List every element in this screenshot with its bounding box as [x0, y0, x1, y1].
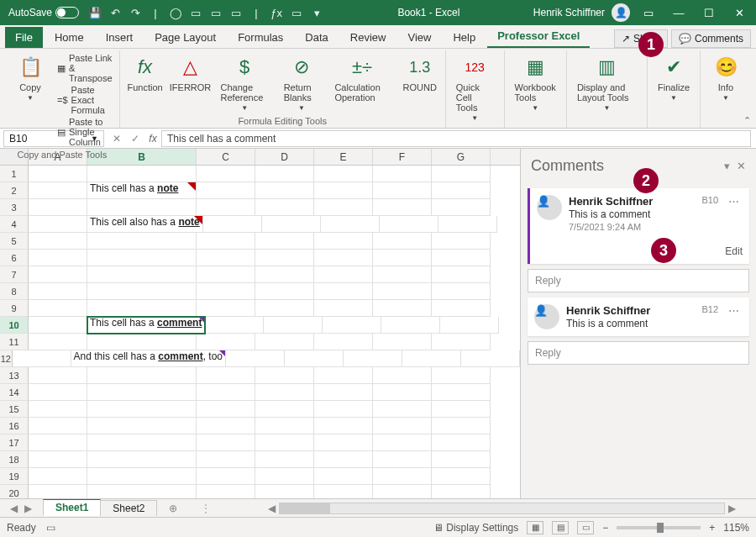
cell[interactable] — [373, 401, 432, 418]
cell[interactable] — [197, 166, 255, 182]
close-pane-icon[interactable]: ✕ — [737, 160, 746, 172]
spreadsheet-grid[interactable]: ABCDEFG 12This cell has a note34This cel… — [0, 149, 521, 498]
cell[interactable] — [432, 182, 491, 199]
cell[interactable] — [255, 283, 314, 300]
cell[interactable] — [432, 334, 491, 350]
cell[interactable] — [87, 468, 197, 485]
cell[interactable] — [203, 216, 262, 233]
cell[interactable] — [29, 334, 87, 350]
row-header[interactable]: 5 — [0, 233, 29, 250]
cell[interactable] — [323, 317, 381, 334]
return-blanks-button[interactable]: ⊘Return Blanks▼ — [281, 52, 323, 113]
row-header[interactable]: 10 — [0, 317, 29, 334]
comment-edit-button[interactable]: Edit — [537, 245, 743, 257]
cell[interactable] — [255, 434, 314, 451]
cell[interactable] — [87, 367, 197, 384]
tab-professor-excel[interactable]: Professor Excel — [487, 25, 590, 48]
cell[interactable] — [197, 468, 255, 485]
row-header[interactable]: 19 — [0, 468, 29, 485]
cell[interactable] — [314, 283, 373, 300]
cell[interactable] — [197, 182, 255, 199]
cell[interactable]: This cell has a note — [87, 182, 197, 199]
cell[interactable] — [197, 367, 255, 384]
cell[interactable] — [344, 350, 402, 367]
zoom-level[interactable]: 115% — [723, 522, 749, 534]
cell[interactable] — [87, 384, 197, 401]
cell[interactable] — [29, 434, 87, 451]
paste-single-column-button[interactable]: ▤ Paste to Single Column — [57, 116, 113, 148]
cell[interactable] — [87, 485, 197, 498]
cell[interactable] — [373, 468, 432, 485]
row-header[interactable]: 6 — [0, 250, 29, 266]
calculation-operation-button[interactable]: ±÷Calculation Operation — [331, 52, 392, 104]
row-header[interactable]: 3 — [0, 199, 29, 216]
cell[interactable] — [29, 468, 87, 485]
cell[interactable] — [29, 485, 87, 498]
column-header[interactable]: E — [314, 149, 373, 165]
cell[interactable] — [197, 334, 255, 350]
tab-file[interactable]: File — [5, 27, 43, 48]
zoom-in-icon[interactable]: + — [709, 522, 715, 534]
cell[interactable] — [314, 367, 373, 384]
cell[interactable] — [373, 418, 432, 434]
page-layout-view-icon[interactable]: ▤ — [552, 521, 569, 534]
cell[interactable] — [461, 350, 520, 367]
save-icon[interactable]: 💾 — [87, 5, 102, 20]
cell[interactable] — [87, 250, 197, 266]
cell[interactable] — [314, 384, 373, 401]
cell[interactable] — [432, 233, 491, 250]
cell[interactable] — [197, 250, 255, 266]
cell[interactable] — [432, 418, 491, 434]
enter-formula-icon[interactable]: ✓ — [126, 133, 144, 145]
cell[interactable] — [255, 401, 314, 418]
tab-view[interactable]: View — [397, 27, 441, 48]
row-header[interactable]: 20 — [0, 485, 29, 498]
row-header[interactable]: 7 — [0, 266, 29, 283]
cell[interactable] — [402, 350, 461, 367]
cell[interactable] — [432, 451, 491, 468]
tab-review[interactable]: Review — [340, 27, 396, 48]
cell[interactable] — [373, 485, 432, 498]
user-avatar[interactable]: 👤 — [612, 3, 630, 22]
cell[interactable] — [373, 166, 432, 182]
qat-icon[interactable]: ▭ — [188, 5, 203, 20]
fx-icon[interactable]: fx — [144, 133, 161, 145]
cell[interactable] — [255, 418, 314, 434]
redo-icon[interactable]: ↷ — [128, 5, 143, 20]
zoom-out-icon[interactable]: − — [602, 522, 608, 534]
cell[interactable] — [197, 401, 255, 418]
cell[interactable] — [314, 334, 373, 350]
finalize-button[interactable]: ✔Finalize▼ — [654, 52, 693, 103]
cell[interactable] — [87, 401, 197, 418]
normal-view-icon[interactable]: ▦ — [527, 521, 543, 534]
cell[interactable] — [197, 485, 255, 498]
cell[interactable] — [373, 434, 432, 451]
cell[interactable] — [381, 317, 440, 334]
cell[interactable] — [321, 216, 380, 233]
cell[interactable] — [29, 451, 87, 468]
qat-icon[interactable]: ▭ — [289, 5, 304, 20]
row-header[interactable]: 16 — [0, 418, 29, 434]
cell[interactable] — [255, 451, 314, 468]
display-settings-button[interactable]: 🖥 Display Settings — [433, 522, 518, 534]
qat-dropdown-icon[interactable]: ▾ — [309, 5, 324, 20]
cell[interactable] — [373, 250, 432, 266]
row-header[interactable]: 14 — [0, 384, 29, 401]
minimize-icon[interactable]: — — [667, 4, 690, 21]
change-reference-button[interactable]: $Change Reference▼ — [218, 52, 272, 113]
cell[interactable] — [255, 199, 314, 216]
sheet-tab[interactable]: Sheet2 — [100, 500, 157, 516]
row-header[interactable]: 12 — [0, 350, 13, 367]
cell[interactable] — [373, 233, 432, 250]
cell[interactable] — [314, 434, 373, 451]
cell[interactable] — [314, 300, 373, 317]
reply-input[interactable]: Reply — [528, 341, 749, 365]
column-header[interactable]: D — [255, 149, 314, 165]
iferror-button[interactable]: △IFERROR — [172, 52, 209, 94]
tab-data[interactable]: Data — [295, 27, 338, 48]
row-header[interactable]: 1 — [0, 166, 29, 182]
zoom-slider[interactable] — [617, 526, 701, 529]
undo-icon[interactable]: ↶ — [108, 5, 123, 20]
maximize-icon[interactable]: ☐ — [697, 4, 721, 21]
cell[interactable] — [438, 216, 497, 233]
